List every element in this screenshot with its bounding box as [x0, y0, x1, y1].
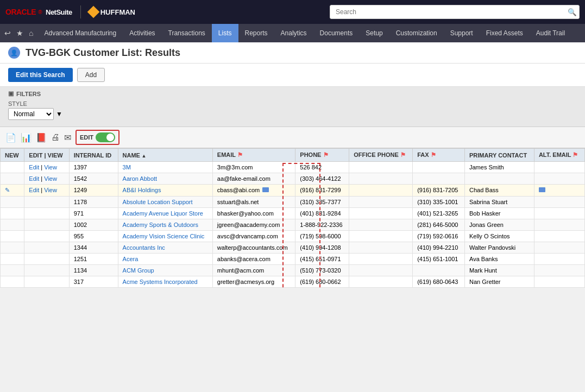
cell-alt-email: [534, 219, 584, 231]
style-select[interactable]: Normal Summary Matrix: [8, 108, 54, 120]
cell-phone: (401) 831-9284: [295, 208, 349, 219]
edit-link[interactable]: Edit: [29, 187, 39, 193]
cell-fax: (916) 831-7205: [413, 185, 465, 197]
nav-transactions[interactable]: Transactions: [162, 24, 212, 42]
cell-alt-email: [534, 265, 584, 276]
name-link[interactable]: AB&I Holdings: [123, 187, 161, 193]
add-button[interactable]: Add: [77, 68, 105, 82]
cell-id: 317: [69, 276, 118, 288]
table-header-row: NEW EDIT | VIEW INTERNAL ID NAME EMAIL ⚑…: [1, 149, 585, 162]
cell-edit-view: [24, 265, 69, 276]
cell-contact: Kelly O Scintos: [465, 231, 534, 242]
star-icon[interactable]: ★: [16, 29, 23, 37]
cell-new: [1, 242, 24, 254]
cell-phone: 1-888-922-2336: [295, 219, 349, 231]
cell-new: [1, 219, 24, 231]
cell-edit-view: [24, 208, 69, 219]
cell-name: Academy Avenue Liquor Store: [118, 208, 212, 219]
style-select-container: Normal Summary Matrix ▼: [8, 108, 62, 120]
cell-contact: Jonas Green: [465, 219, 534, 231]
filters-label: FILTERS: [16, 91, 41, 97]
cell-edit-view: [24, 231, 69, 242]
name-link[interactable]: Accountants Inc: [123, 244, 165, 251]
cell-name: Acera: [118, 254, 212, 265]
nav-activities[interactable]: Activities: [123, 24, 161, 42]
new-row-icon[interactable]: 📄: [5, 132, 16, 143]
edit-toggle-switch[interactable]: [96, 132, 115, 142]
edit-search-button[interactable]: Edit this Search: [8, 68, 73, 82]
cell-email: avsc@drvancamp.com: [212, 231, 295, 242]
name-link[interactable]: ACM Group: [123, 267, 154, 274]
cell-phone: (510) 773-0320: [295, 265, 349, 276]
edit-link[interactable]: Edit: [29, 175, 39, 182]
cell-phone: (410) 994-1208: [295, 242, 349, 254]
nav-fixed-assets[interactable]: Fixed Assets: [480, 24, 530, 42]
cell-fax: (310) 335-1001: [413, 197, 465, 208]
view-link[interactable]: View: [44, 164, 57, 170]
filters-header[interactable]: ▣ FILTERS: [8, 90, 577, 97]
cell-contact: Mark Hunt: [465, 265, 534, 276]
table-row: 955 Academy Vision Science Clinic avsc@d…: [1, 231, 585, 242]
cell-office: [349, 231, 413, 242]
col-primary-contact: PRIMARY CONTACT: [465, 149, 534, 162]
nav-analytics[interactable]: Analytics: [274, 24, 313, 42]
cell-name: ACM Group: [118, 265, 212, 276]
cell-edit-view: [24, 276, 69, 288]
name-link[interactable]: Academy Avenue Liquor Store: [123, 210, 203, 217]
name-link[interactable]: Aaron Abbott: [123, 175, 158, 182]
page-title: TVG-BGK Customer List: Results: [26, 47, 180, 59]
cell-office: [349, 276, 413, 288]
view-link[interactable]: View: [44, 187, 57, 193]
toolbar: 📄 📊 📕 🖨 ✉ EDIT: [0, 127, 585, 148]
cell-fax: (401) 521-3265: [413, 208, 465, 219]
search-input[interactable]: [330, 5, 580, 19]
nav-lists[interactable]: Lists: [212, 24, 238, 42]
cell-alt-email: [534, 185, 584, 197]
nav-customization[interactable]: Customization: [389, 24, 444, 42]
table-row: 1178 Absolute Location Support sstuart@a…: [1, 197, 585, 208]
name-link[interactable]: Acera: [123, 256, 139, 262]
btn-row: Edit this Search Add: [0, 64, 585, 87]
cell-fax: [413, 162, 465, 173]
cell-fax: (281) 646-5000: [413, 219, 465, 231]
name-link[interactable]: Academy Sports & Outdoors: [123, 222, 198, 228]
nav-audit-trail[interactable]: Audit Trail: [530, 24, 571, 42]
back-icon[interactable]: ↩: [4, 29, 11, 37]
email-icon[interactable]: ✉: [64, 132, 71, 143]
cell-fax: (619) 680-0643: [413, 276, 465, 288]
cell-phone: (719) 598-6000: [295, 231, 349, 242]
cell-name: Acme Systems Incorporated: [118, 276, 212, 288]
cell-new: [1, 197, 24, 208]
cell-new: ✎: [1, 185, 24, 197]
nav-setup[interactable]: Setup: [359, 24, 389, 42]
nav-reports[interactable]: Reports: [238, 24, 274, 42]
cell-alt-email: [534, 208, 584, 219]
name-link[interactable]: Academy Vision Science Clinic: [123, 233, 205, 239]
nav-documents[interactable]: Documents: [313, 24, 360, 42]
name-link[interactable]: Absolute Location Support: [123, 199, 193, 205]
cell-email: bhasker@yahoo.com: [212, 208, 295, 219]
pdf-icon[interactable]: 📕: [36, 132, 47, 143]
style-filter: STYLE Normal Summary Matrix ▼: [8, 100, 62, 120]
cell-phone: (916) 831-7299: [295, 185, 349, 197]
cell-office: [349, 265, 413, 276]
nav-support[interactable]: Support: [444, 24, 480, 42]
cell-edit-view: [24, 219, 69, 231]
cell-name: AB&I Holdings: [118, 185, 212, 197]
table-row: 1344 Accountants Inc walterp@accountants…: [1, 242, 585, 254]
name-link[interactable]: Acme Systems Incorporated: [123, 279, 198, 285]
nav-advanced-manufacturing[interactable]: Advanced Manufacturing: [37, 24, 123, 42]
cell-fax: (415) 651-1001: [413, 254, 465, 265]
huffman-logo: HUFFMAN: [89, 8, 135, 16]
edit-link[interactable]: Edit: [29, 164, 39, 170]
print-icon[interactable]: 🖨: [51, 132, 60, 142]
home-icon[interactable]: ⌂: [29, 29, 33, 37]
excel-icon[interactable]: 📊: [21, 132, 32, 143]
name-link[interactable]: 3M: [123, 164, 131, 170]
view-link[interactable]: View: [44, 175, 57, 182]
cell-phone: (619) 680-0662: [295, 276, 349, 288]
table-row: 317 Acme Systems Incorporated gretter@ac…: [1, 276, 585, 288]
search-button[interactable]: 🔍: [568, 8, 577, 16]
cell-phone: (303) 464-4122: [295, 173, 349, 185]
cell-edit-view: [24, 242, 69, 254]
